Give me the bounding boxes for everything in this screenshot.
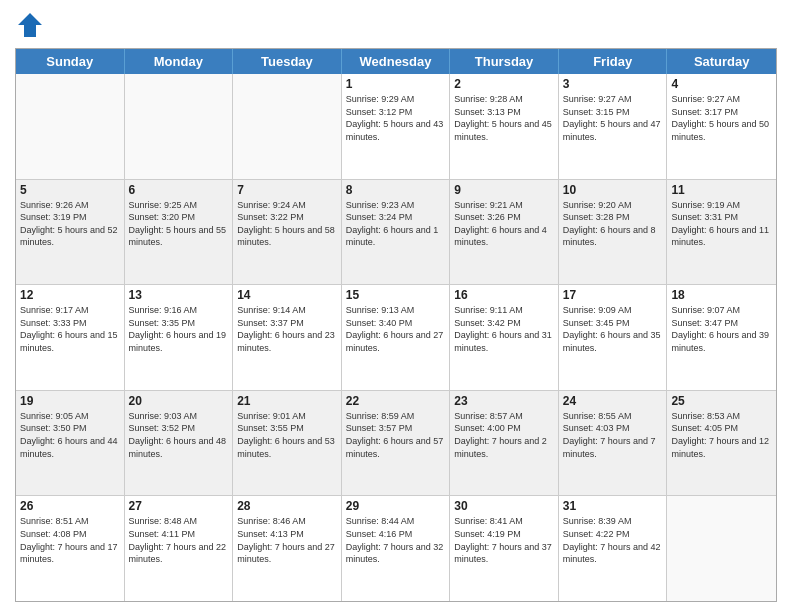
logo [15, 10, 49, 40]
day-number: 18 [671, 288, 772, 302]
day-number: 28 [237, 499, 337, 513]
cell-details: Sunrise: 9:25 AMSunset: 3:20 PMDaylight:… [129, 199, 229, 249]
day-number: 27 [129, 499, 229, 513]
svg-marker-0 [18, 13, 42, 37]
day-number: 8 [346, 183, 446, 197]
day-number: 12 [20, 288, 120, 302]
cell-details: Sunrise: 9:23 AMSunset: 3:24 PMDaylight:… [346, 199, 446, 249]
day-number: 5 [20, 183, 120, 197]
day-number: 9 [454, 183, 554, 197]
calendar-cell: 21Sunrise: 9:01 AMSunset: 3:55 PMDayligh… [233, 391, 342, 496]
calendar-cell: 2Sunrise: 9:28 AMSunset: 3:13 PMDaylight… [450, 74, 559, 179]
cell-details: Sunrise: 9:01 AMSunset: 3:55 PMDaylight:… [237, 410, 337, 460]
day-number: 7 [237, 183, 337, 197]
calendar-header: SundayMondayTuesdayWednesdayThursdayFrid… [16, 49, 776, 74]
header-day-saturday: Saturday [667, 49, 776, 74]
calendar-cell: 20Sunrise: 9:03 AMSunset: 3:52 PMDayligh… [125, 391, 234, 496]
day-number: 16 [454, 288, 554, 302]
calendar-cell: 8Sunrise: 9:23 AMSunset: 3:24 PMDaylight… [342, 180, 451, 285]
day-number: 6 [129, 183, 229, 197]
day-number: 14 [237, 288, 337, 302]
calendar-cell: 24Sunrise: 8:55 AMSunset: 4:03 PMDayligh… [559, 391, 668, 496]
calendar-week-5: 26Sunrise: 8:51 AMSunset: 4:08 PMDayligh… [16, 496, 776, 601]
cell-details: Sunrise: 9:26 AMSunset: 3:19 PMDaylight:… [20, 199, 120, 249]
calendar-week-2: 5Sunrise: 9:26 AMSunset: 3:19 PMDaylight… [16, 180, 776, 286]
calendar-cell: 14Sunrise: 9:14 AMSunset: 3:37 PMDayligh… [233, 285, 342, 390]
calendar-cell: 30Sunrise: 8:41 AMSunset: 4:19 PMDayligh… [450, 496, 559, 601]
day-number: 10 [563, 183, 663, 197]
cell-details: Sunrise: 8:59 AMSunset: 3:57 PMDaylight:… [346, 410, 446, 460]
calendar-cell [125, 74, 234, 179]
calendar-cell: 5Sunrise: 9:26 AMSunset: 3:19 PMDaylight… [16, 180, 125, 285]
calendar-cell: 10Sunrise: 9:20 AMSunset: 3:28 PMDayligh… [559, 180, 668, 285]
cell-details: Sunrise: 8:48 AMSunset: 4:11 PMDaylight:… [129, 515, 229, 565]
calendar-cell: 16Sunrise: 9:11 AMSunset: 3:42 PMDayligh… [450, 285, 559, 390]
calendar-cell: 12Sunrise: 9:17 AMSunset: 3:33 PMDayligh… [16, 285, 125, 390]
day-number: 29 [346, 499, 446, 513]
calendar-cell: 18Sunrise: 9:07 AMSunset: 3:47 PMDayligh… [667, 285, 776, 390]
cell-details: Sunrise: 9:21 AMSunset: 3:26 PMDaylight:… [454, 199, 554, 249]
day-number: 30 [454, 499, 554, 513]
cell-details: Sunrise: 8:55 AMSunset: 4:03 PMDaylight:… [563, 410, 663, 460]
header [15, 10, 777, 40]
cell-details: Sunrise: 9:03 AMSunset: 3:52 PMDaylight:… [129, 410, 229, 460]
calendar-cell: 31Sunrise: 8:39 AMSunset: 4:22 PMDayligh… [559, 496, 668, 601]
header-day-monday: Monday [125, 49, 234, 74]
cell-details: Sunrise: 8:51 AMSunset: 4:08 PMDaylight:… [20, 515, 120, 565]
cell-details: Sunrise: 9:09 AMSunset: 3:45 PMDaylight:… [563, 304, 663, 354]
day-number: 15 [346, 288, 446, 302]
day-number: 13 [129, 288, 229, 302]
day-number: 2 [454, 77, 554, 91]
calendar-cell [16, 74, 125, 179]
calendar-cell: 17Sunrise: 9:09 AMSunset: 3:45 PMDayligh… [559, 285, 668, 390]
cell-details: Sunrise: 9:14 AMSunset: 3:37 PMDaylight:… [237, 304, 337, 354]
cell-details: Sunrise: 9:19 AMSunset: 3:31 PMDaylight:… [671, 199, 772, 249]
calendar-cell: 3Sunrise: 9:27 AMSunset: 3:15 PMDaylight… [559, 74, 668, 179]
cell-details: Sunrise: 9:17 AMSunset: 3:33 PMDaylight:… [20, 304, 120, 354]
header-day-thursday: Thursday [450, 49, 559, 74]
cell-details: Sunrise: 9:16 AMSunset: 3:35 PMDaylight:… [129, 304, 229, 354]
calendar-cell: 11Sunrise: 9:19 AMSunset: 3:31 PMDayligh… [667, 180, 776, 285]
day-number: 25 [671, 394, 772, 408]
calendar-cell [233, 74, 342, 179]
cell-details: Sunrise: 9:13 AMSunset: 3:40 PMDaylight:… [346, 304, 446, 354]
day-number: 11 [671, 183, 772, 197]
day-number: 17 [563, 288, 663, 302]
day-number: 1 [346, 77, 446, 91]
calendar-cell: 29Sunrise: 8:44 AMSunset: 4:16 PMDayligh… [342, 496, 451, 601]
day-number: 24 [563, 394, 663, 408]
day-number: 31 [563, 499, 663, 513]
calendar-cell: 27Sunrise: 8:48 AMSunset: 4:11 PMDayligh… [125, 496, 234, 601]
day-number: 22 [346, 394, 446, 408]
cell-details: Sunrise: 8:46 AMSunset: 4:13 PMDaylight:… [237, 515, 337, 565]
day-number: 4 [671, 77, 772, 91]
calendar-cell: 6Sunrise: 9:25 AMSunset: 3:20 PMDaylight… [125, 180, 234, 285]
day-number: 20 [129, 394, 229, 408]
cell-details: Sunrise: 9:27 AMSunset: 3:15 PMDaylight:… [563, 93, 663, 143]
logo-icon [15, 10, 45, 40]
calendar-body: 1Sunrise: 9:29 AMSunset: 3:12 PMDaylight… [16, 74, 776, 601]
day-number: 21 [237, 394, 337, 408]
calendar-cell: 4Sunrise: 9:27 AMSunset: 3:17 PMDaylight… [667, 74, 776, 179]
calendar-week-1: 1Sunrise: 9:29 AMSunset: 3:12 PMDaylight… [16, 74, 776, 180]
calendar-page: SundayMondayTuesdayWednesdayThursdayFrid… [0, 0, 792, 612]
calendar-cell: 28Sunrise: 8:46 AMSunset: 4:13 PMDayligh… [233, 496, 342, 601]
calendar-cell [667, 496, 776, 601]
header-day-sunday: Sunday [16, 49, 125, 74]
cell-details: Sunrise: 8:44 AMSunset: 4:16 PMDaylight:… [346, 515, 446, 565]
cell-details: Sunrise: 9:20 AMSunset: 3:28 PMDaylight:… [563, 199, 663, 249]
cell-details: Sunrise: 9:27 AMSunset: 3:17 PMDaylight:… [671, 93, 772, 143]
calendar-cell: 22Sunrise: 8:59 AMSunset: 3:57 PMDayligh… [342, 391, 451, 496]
cell-details: Sunrise: 8:53 AMSunset: 4:05 PMDaylight:… [671, 410, 772, 460]
calendar: SundayMondayTuesdayWednesdayThursdayFrid… [15, 48, 777, 602]
cell-details: Sunrise: 8:41 AMSunset: 4:19 PMDaylight:… [454, 515, 554, 565]
cell-details: Sunrise: 8:57 AMSunset: 4:00 PMDaylight:… [454, 410, 554, 460]
calendar-cell: 26Sunrise: 8:51 AMSunset: 4:08 PMDayligh… [16, 496, 125, 601]
cell-details: Sunrise: 9:29 AMSunset: 3:12 PMDaylight:… [346, 93, 446, 143]
day-number: 23 [454, 394, 554, 408]
cell-details: Sunrise: 9:07 AMSunset: 3:47 PMDaylight:… [671, 304, 772, 354]
cell-details: Sunrise: 9:11 AMSunset: 3:42 PMDaylight:… [454, 304, 554, 354]
calendar-week-4: 19Sunrise: 9:05 AMSunset: 3:50 PMDayligh… [16, 391, 776, 497]
calendar-cell: 13Sunrise: 9:16 AMSunset: 3:35 PMDayligh… [125, 285, 234, 390]
header-day-wednesday: Wednesday [342, 49, 451, 74]
